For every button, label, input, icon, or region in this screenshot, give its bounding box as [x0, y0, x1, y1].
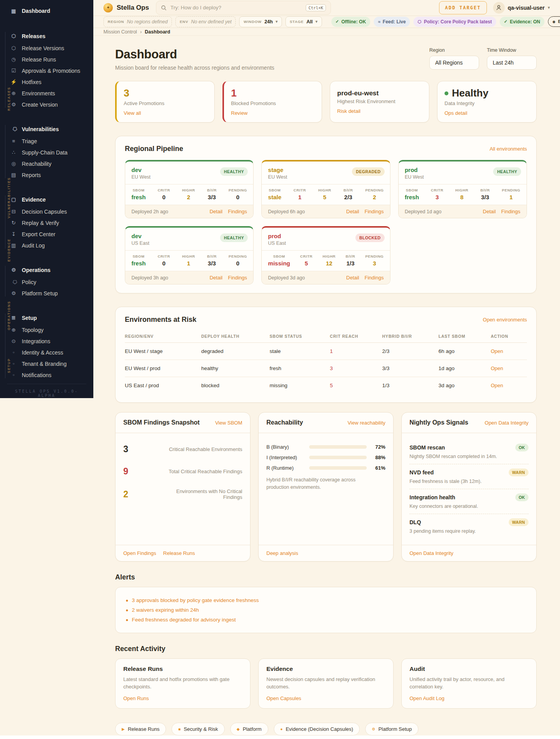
stat-label: B/I/R	[207, 254, 217, 258]
cell-last-sbom: 1d ago	[438, 360, 490, 377]
sidebar-item[interactable]: ▥ Audit Log	[0, 240, 93, 251]
status-pill[interactable]: ✓ Evidence: ON	[500, 17, 544, 27]
sidebar-item-icon: ○	[10, 373, 17, 377]
open-link[interactable]: Open	[491, 348, 503, 354]
sidebar-item[interactable]: ◷ Release Runs	[0, 54, 93, 65]
sidebar-item[interactable]: ⬠ Policy	[0, 276, 93, 288]
footer-tag[interactable]: ● Evidence (Decision Capsules)	[274, 723, 360, 735]
sidebar-item-label: Environments	[22, 90, 55, 97]
sidebar-item[interactable]: ≡ Triage	[0, 135, 93, 147]
sidebar-item[interactable]: ⚙ Operations	[0, 263, 93, 276]
env-chip[interactable]: ENV No env defined yet	[175, 16, 236, 27]
card-link[interactable]: Open Runs	[123, 695, 149, 701]
findings-link[interactable]: Findings	[501, 209, 520, 214]
detail-link[interactable]: Detail	[210, 275, 222, 281]
sidebar-item[interactable]: ⚡ Hotfixes	[0, 76, 93, 88]
detail-link[interactable]: Detail	[210, 209, 222, 214]
view-reachability-link[interactable]: View reachability	[348, 420, 385, 426]
sidebar-item[interactable]: ∴ Supply-Chain Data	[0, 147, 93, 158]
status-pill-icon: ✓	[504, 19, 508, 24]
open-data-integrity-link[interactable]: Open Data Integrity	[410, 550, 453, 556]
findings-link[interactable]: Findings	[228, 275, 247, 281]
sidebar-item[interactable]: ◎ Reachability	[0, 158, 93, 169]
sidebar-item[interactable]: ⬡ Releases	[0, 30, 93, 42]
add-target-button[interactable]: ADD TARGET	[439, 1, 486, 14]
footer-tag[interactable]: ■ Security & Risk	[172, 723, 224, 735]
sidebar-item-label: Hotfixes	[22, 79, 42, 85]
cell-deploy-health: degraded	[201, 343, 270, 360]
sidebar-item[interactable]: ⊕ Topology	[0, 324, 93, 335]
breadcrumb-parent[interactable]: Mission Control	[103, 29, 137, 35]
critr-value: 1	[294, 194, 306, 200]
sidebar-item[interactable]: ⬡ Release Versions	[0, 42, 93, 54]
sidebar-item[interactable]: ⚙ Platform Setup	[0, 288, 93, 299]
stat-label: Highest Risk Environment	[337, 98, 422, 104]
open-link[interactable]: Open	[491, 383, 503, 388]
sidebar-item-dashboard[interactable]: ▦ Dashboard	[0, 4, 93, 18]
region-select[interactable]: All Regions	[429, 56, 479, 70]
all-environments-link[interactable]: All environments	[490, 146, 527, 152]
stage-select[interactable]: STAGE All ▾	[285, 16, 322, 27]
open-link[interactable]: Open	[491, 365, 503, 371]
sidebar-item[interactable]: ↧ Export Center	[0, 228, 93, 240]
alert-item[interactable]: 3 approvals blocked by policy gate evide…	[125, 597, 527, 603]
findings-link[interactable]: Findings	[365, 209, 384, 214]
detail-link[interactable]: Detail	[346, 275, 359, 281]
footer-link[interactable]: Release Runs	[163, 550, 195, 556]
sidebar-item[interactable]: ⬠ Vulnerabilities	[0, 123, 93, 135]
stat-link[interactable]: Ops detail	[444, 110, 467, 116]
footer-tag[interactable]: ⚙ Platform Setup	[365, 723, 418, 735]
sidebar-item[interactable]: ≣ Setup	[0, 311, 93, 324]
deep-analysis-link[interactable]: Deep analysis	[266, 550, 298, 556]
window-select[interactable]: WINDOW 24h ▾	[239, 16, 282, 27]
sidebar-item[interactable]: ○ Tenant & Branding	[0, 358, 93, 369]
time-window-select[interactable]: Last 24h	[487, 56, 537, 70]
search-input[interactable]: Try: How do I deploy? Ctrl+K	[156, 1, 331, 15]
sidebar-item[interactable]: ○ Identity & Access	[0, 347, 93, 358]
snapshot-label: Environments with No Critical Findings	[161, 488, 242, 500]
stat-label: Data Integrity	[444, 100, 529, 106]
stat-link[interactable]: View all	[124, 110, 141, 116]
alert-item[interactable]: 2 waivers expiring within 24h	[125, 607, 527, 613]
stat-link[interactable]: Review	[231, 110, 248, 116]
signal-description: Key connectors are operational.	[410, 504, 528, 509]
stat-label: B/I/R	[480, 188, 490, 192]
sidebar-item-label: Identity & Access	[22, 349, 63, 356]
findings-link[interactable]: Findings	[365, 275, 384, 281]
detail-link[interactable]: Detail	[346, 209, 359, 214]
findings-link[interactable]: Findings	[228, 209, 247, 214]
user-menu[interactable]: qa-visual-user ▾	[493, 2, 550, 14]
open-environments-link[interactable]: Open environments	[483, 317, 527, 323]
status-pill[interactable]: ⬠ Policy: Core Policy Pack latest	[413, 17, 496, 27]
sidebar-item[interactable]: ☑ Approvals & Promotions	[0, 65, 93, 76]
cell-crit-reach: 3	[330, 360, 382, 377]
sidebar-item-label: Setup	[22, 315, 37, 321]
card-link[interactable]: Open Capsules	[266, 695, 301, 701]
alert-item[interactable]: Feed freshness degraded for advisory ing…	[125, 617, 527, 623]
card-link[interactable]: Open Audit Log	[410, 695, 444, 701]
status-pill[interactable]: ✓ Offline: OK	[331, 17, 371, 27]
sidebar-item[interactable]: ↻ Replay & Verify	[0, 217, 93, 228]
sidebar-item-icon: ○	[10, 351, 17, 354]
sidebar-item[interactable]: ⊟ Decision Capsules	[0, 206, 93, 217]
stat-label: HIGHR	[318, 188, 331, 192]
sidebar-item[interactable]: ▢ Evidence	[0, 193, 93, 206]
sidebar-item-label: Triage	[22, 138, 37, 144]
footer-tag[interactable]: ▶ Release Runs	[115, 723, 166, 735]
sidebar-item[interactable]: ⊕ Environments	[0, 88, 93, 99]
status-pill[interactable]: ◉ EVENTS: DEGRADED	[548, 16, 560, 27]
region-chip[interactable]: REGION No regions defined	[103, 16, 172, 27]
sidebar-item[interactable]: ⚙ Create Version	[0, 99, 93, 110]
view-sbom-link[interactable]: View SBOM	[215, 420, 242, 426]
footer-link[interactable]: Open Findings	[123, 550, 156, 556]
stat-label: PENDING	[229, 188, 247, 192]
footer-tag[interactable]: ◆ Platform	[230, 723, 268, 735]
sidebar-item[interactable]: ⊙ Integrations	[0, 335, 93, 347]
status-pill[interactable]: ≈ Feed: Live	[374, 17, 410, 27]
stat-link[interactable]: Risk detail	[337, 108, 360, 114]
sidebar-group-evidence: EVIDENCE ▢ Evidence ⊟ Decision Capsules …	[0, 190, 93, 254]
detail-link[interactable]: Detail	[483, 209, 496, 214]
sidebar-item[interactable]: ▤ Reports	[0, 169, 93, 181]
open-data-integrity-link[interactable]: Open Data Integrity	[485, 420, 528, 426]
sidebar-item[interactable]: ○ Notifications	[0, 369, 93, 381]
